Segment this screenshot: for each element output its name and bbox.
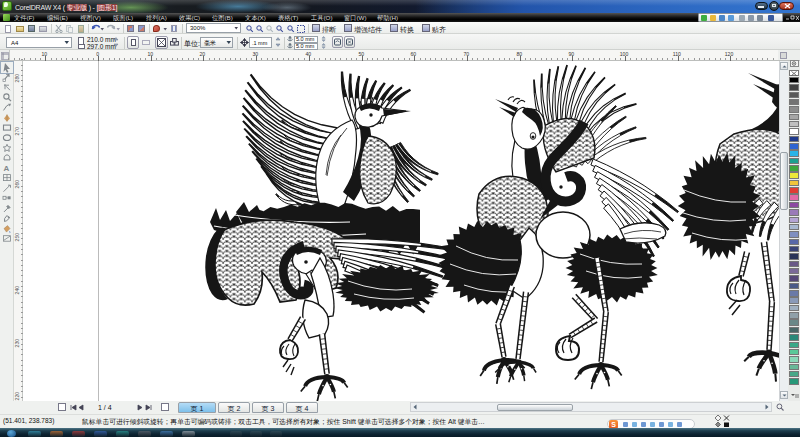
svg-text:A: A [4, 164, 10, 173]
